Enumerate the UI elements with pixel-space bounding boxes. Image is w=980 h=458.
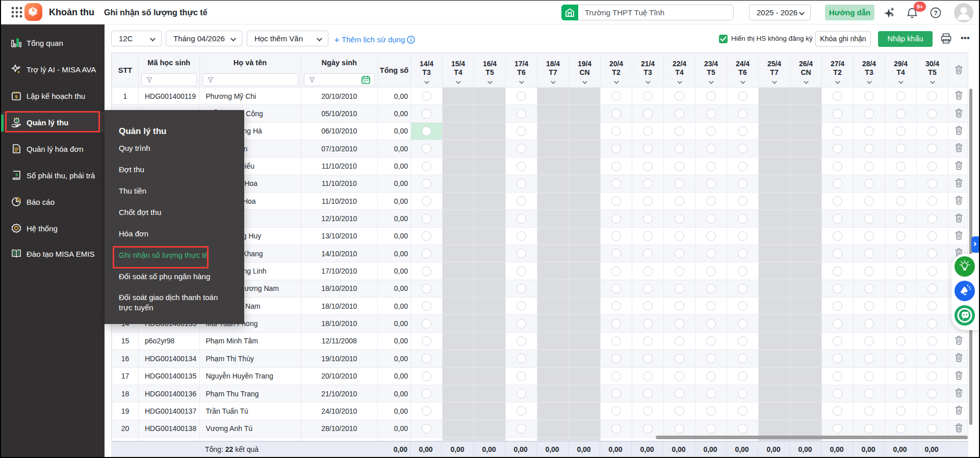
svg-text:$: $ [15,172,18,177]
svg-text:$: $ [15,94,18,99]
svg-text:?: ? [934,9,938,17]
